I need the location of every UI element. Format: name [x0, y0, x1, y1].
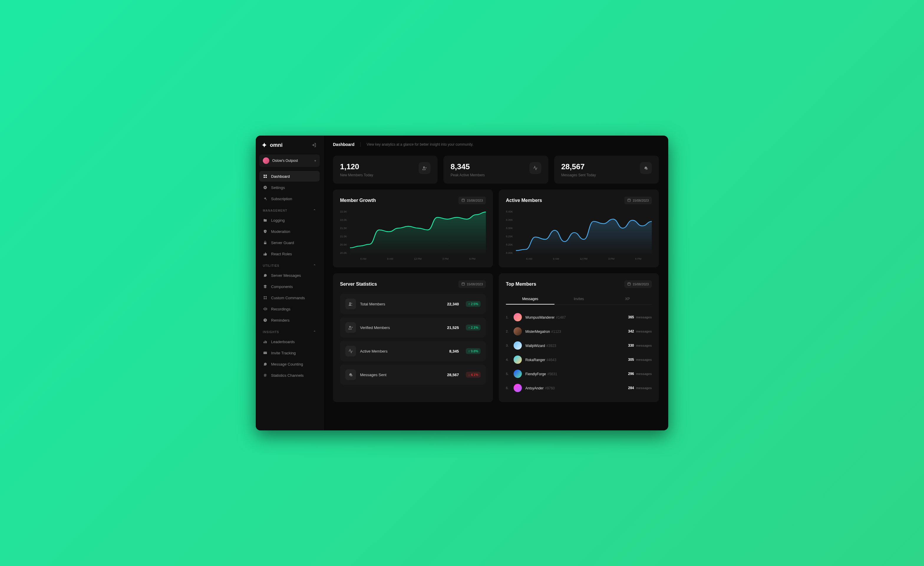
main: Dashboard View key analytics at a glance…: [324, 136, 668, 430]
date-text: 15/08/2023: [467, 199, 483, 202]
calendar-icon: [627, 198, 631, 203]
date-picker[interactable]: 15/08/2023: [624, 197, 652, 204]
shield-icon: [263, 229, 267, 234]
logo-row: omni: [259, 141, 320, 155]
nav-item-label: Server Guard: [271, 240, 294, 245]
bottom-row: Server Statistics 15/08/2023 Total Membe…: [333, 273, 659, 402]
content: 1,120New Members Today8,345Peak Active M…: [324, 153, 668, 430]
nav-item-logging[interactable]: Logging: [259, 215, 320, 225]
nav-item-reminders[interactable]: Reminders: [259, 315, 320, 326]
stat-label: Messages Sent Today: [561, 173, 596, 177]
svg-point-7: [264, 298, 264, 299]
active-members-panel: Active Members 15/08/2023 8.40K8.35K8.30…: [499, 189, 659, 267]
server-selector[interactable]: Oslow's Outpost ▾: [259, 155, 320, 167]
nav-item-moderation[interactable]: Moderation: [259, 226, 320, 237]
command-icon: [263, 296, 267, 300]
nav-item-label: Custom Commands: [271, 296, 305, 300]
stat-row-change: ↓ 4.1%: [466, 372, 481, 378]
activity-icon: [345, 346, 356, 356]
svg-rect-3: [266, 177, 267, 178]
nav-item-custom-commands[interactable]: Custom Commands: [259, 293, 320, 303]
date-picker[interactable]: 15/08/2023: [459, 197, 486, 204]
volume-icon: [263, 306, 267, 311]
logout-button[interactable]: [310, 141, 318, 149]
date-picker[interactable]: 15/08/2023: [459, 280, 486, 288]
svg-rect-20: [462, 283, 464, 285]
tab-xp[interactable]: XP: [603, 294, 652, 305]
nav-item-label: Statistics Channels: [271, 373, 304, 378]
member-rank: 5.: [506, 372, 510, 375]
gear-icon: [263, 185, 267, 190]
mail-icon: [263, 350, 267, 355]
charts-row: Member Growth 15/08/2023 22.5K22.0K21.5K…: [333, 189, 659, 267]
user-plus-icon: [418, 162, 430, 174]
stat-cards: 1,120New Members Today8,345Peak Active M…: [333, 156, 659, 184]
y-tick: 21.5K: [340, 227, 347, 230]
x-axis: 6 AM9 AM12 PM3 PM6 PM: [350, 255, 486, 260]
nav-item-statistics-channels[interactable]: Statistics Channels: [259, 370, 320, 381]
x-tick: 3 PM: [608, 257, 614, 260]
nav-section-header[interactable]: UTILITIES⌃: [259, 260, 320, 270]
nav-item-label: Leaderboards: [271, 339, 295, 344]
nav-item-subscription[interactable]: Subscription: [259, 194, 320, 204]
bars-icon: [263, 339, 267, 344]
svg-point-6: [266, 296, 266, 297]
y-tick: 8.30K: [506, 227, 513, 230]
lock-icon: [263, 240, 267, 245]
x-tick: 3 PM: [442, 257, 448, 260]
nav-item-label: Server Messages: [271, 273, 301, 278]
nav-item-server-guard[interactable]: Server Guard: [259, 237, 320, 248]
svg-point-17: [423, 167, 425, 168]
stat-row-change: ↑ 2.5%: [466, 301, 481, 307]
chart-area: 8.40K8.35K8.30K8.25K8.20K8.00K 6 AM9 AM1…: [506, 210, 652, 260]
stat-row: Total Members 22,340 ↑ 2.5%: [340, 294, 486, 314]
member-avatar: [514, 341, 522, 350]
tab-messages[interactable]: Messages: [506, 294, 555, 305]
member-discrim: #4643: [547, 358, 556, 362]
section-title: UTILITIES: [263, 264, 279, 267]
member-row[interactable]: 1. WumpusWanderer #1487 365 messages: [506, 310, 652, 324]
y-tick: 21.0K: [340, 235, 347, 238]
page-subtitle: View key analytics at a glance for bette…: [366, 143, 473, 147]
nav-item-message-counting[interactable]: Message Counting: [259, 359, 320, 369]
layers-icon: [263, 284, 267, 289]
nav-item-recordings[interactable]: Recordings: [259, 304, 320, 314]
member-row[interactable]: 6. AntsyAnder #9760 284 messages: [506, 381, 652, 395]
member-row[interactable]: 4. RokaRanger #4643 305 messages: [506, 353, 652, 367]
nav-item-invite-tracking[interactable]: Invite Tracking: [259, 348, 320, 358]
nav-item-label: Logging: [271, 218, 285, 222]
member-growth-panel: Member Growth 15/08/2023 22.5K22.0K21.5K…: [333, 189, 493, 267]
nav-section-header[interactable]: MANAGEMENT⌃: [259, 204, 320, 215]
member-row[interactable]: 5. FiendlyForge #5631 296 messages: [506, 367, 652, 381]
nav-item-components[interactable]: Components: [259, 281, 320, 292]
nav-item-dashboard[interactable]: Dashboard: [259, 171, 320, 182]
svg-rect-4: [264, 242, 266, 244]
date-picker[interactable]: 15/08/2023: [624, 280, 652, 288]
member-avatar: [514, 384, 522, 392]
svg-rect-19: [628, 199, 630, 202]
nav-item-react-roles[interactable]: React Roles: [259, 249, 320, 259]
member-count: 296 messages: [628, 372, 652, 376]
nav-item-leaderboards[interactable]: Leaderboards: [259, 336, 320, 347]
member-count: 342 messages: [628, 329, 652, 333]
nav-item-label: Recordings: [271, 307, 291, 311]
nav-section-header[interactable]: INSIGHTS⌃: [259, 326, 320, 336]
tab-invites[interactable]: Invites: [555, 294, 603, 305]
member-count-label: messages: [635, 386, 652, 390]
member-count-label: messages: [635, 358, 652, 362]
member-count-label: messages: [635, 344, 652, 347]
server-statistics-panel: Server Statistics 15/08/2023 Total Membe…: [333, 273, 493, 402]
nav-item-server-messages[interactable]: Server Messages: [259, 270, 320, 281]
stat-row-label: Messages Sent: [360, 372, 443, 377]
nav-item-settings[interactable]: Settings: [259, 182, 320, 193]
member-row[interactable]: 3. WallpWizard #3923 330 messages: [506, 338, 652, 353]
member-rank: 4.: [506, 358, 510, 362]
hash-icon: [263, 373, 267, 378]
member-row[interactable]: 2. MisterMegatron #1123 342 messages: [506, 324, 652, 338]
chat-count-icon: [263, 362, 267, 366]
panel-title: Top Members: [506, 282, 536, 287]
member-name: FiendlyForge: [525, 372, 546, 376]
svg-rect-1: [266, 175, 267, 176]
member-avatar: [514, 370, 522, 378]
stat-row-label: Verified Members: [360, 326, 443, 330]
